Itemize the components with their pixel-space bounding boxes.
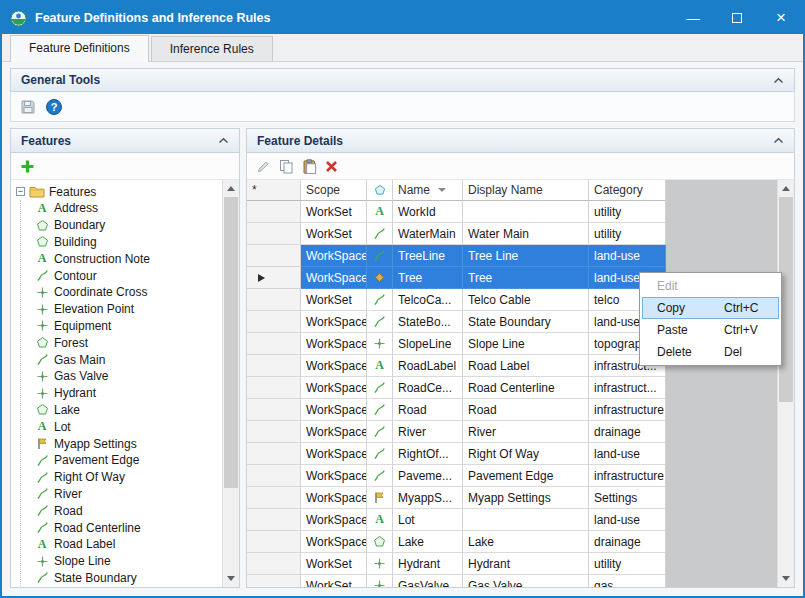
- display-name-cell[interactable]: Hydrant: [463, 553, 589, 575]
- scope-cell[interactable]: WorkSet: [301, 201, 367, 223]
- scope-cell[interactable]: WorkSet: [301, 223, 367, 245]
- scope-cell[interactable]: WorkSpace: [301, 355, 367, 377]
- table-row-workid[interactable]: WorkSetAWorkIdutility: [247, 201, 666, 223]
- scope-cell[interactable]: WorkSpace: [301, 509, 367, 531]
- name-cell[interactable]: Road: [393, 399, 463, 421]
- name-cell[interactable]: River: [393, 421, 463, 443]
- name-cell[interactable]: WorkId: [393, 201, 463, 223]
- display-name-cell[interactable]: Tree Line: [463, 245, 589, 267]
- copy-button[interactable]: [279, 159, 294, 174]
- edit-button[interactable]: [256, 159, 271, 174]
- column-header-name[interactable]: Name: [393, 180, 463, 201]
- features-tree-scrollbar[interactable]: [222, 180, 239, 587]
- table-row-river[interactable]: WorkSpaceRiverRiverdrainage: [247, 421, 666, 443]
- table-row-watermain[interactable]: WorkSetWaterMainWater Mainutility: [247, 223, 666, 245]
- table-row-telcoca[interactable]: WorkSetTelcoCa...Telco Cabletelco: [247, 289, 666, 311]
- collapse-chevron-icon[interactable]: [773, 137, 784, 144]
- table-row-roadce[interactable]: WorkSpaceRoadCe...Road Centerlineinfrast…: [247, 377, 666, 399]
- scope-cell[interactable]: WorkSet: [301, 289, 367, 311]
- tree-root-features[interactable]: Features: [16, 183, 222, 200]
- scope-cell[interactable]: WorkSet: [301, 575, 367, 587]
- table-row-slopeline[interactable]: WorkSpaceSlopeLineSlope Linetopograph...: [247, 333, 666, 355]
- general-tools-header[interactable]: General Tools: [10, 68, 795, 92]
- name-cell[interactable]: RightOf...: [393, 443, 463, 465]
- column-header-symbol-icon[interactable]: [367, 180, 393, 201]
- name-cell[interactable]: RoadCe...: [393, 377, 463, 399]
- tree-item-contour[interactable]: Contour: [21, 267, 222, 284]
- name-cell[interactable]: WaterMain: [393, 223, 463, 245]
- table-row-roadlabel[interactable]: WorkSpaceARoadLabelRoad Labelinfrastruct…: [247, 355, 666, 377]
- tree-item-lake[interactable]: Lake: [21, 402, 222, 419]
- name-cell[interactable]: Tree: [393, 267, 463, 289]
- display-name-cell[interactable]: Telco Cable: [463, 289, 589, 311]
- tree-item-equipment[interactable]: Equipment: [21, 318, 222, 335]
- scope-cell[interactable]: WorkSpace: [301, 487, 367, 509]
- display-name-cell[interactable]: Road: [463, 399, 589, 421]
- tree-item-river[interactable]: River: [21, 486, 222, 503]
- scope-cell[interactable]: WorkSpace: [301, 245, 367, 267]
- scope-cell[interactable]: WorkSpace: [301, 377, 367, 399]
- display-name-cell[interactable]: Road Label: [463, 355, 589, 377]
- features-panel-header[interactable]: Features: [11, 129, 239, 153]
- table-row-lake[interactable]: WorkSpaceLakeLakedrainage: [247, 531, 666, 553]
- name-cell[interactable]: Hydrant: [393, 553, 463, 575]
- category-cell[interactable]: utility: [589, 223, 666, 245]
- tree-item-state-boundary[interactable]: State Boundary: [21, 570, 222, 587]
- display-name-cell[interactable]: Gas Valve: [463, 575, 589, 587]
- table-row-rightof[interactable]: WorkSpaceRightOf...Right Of Wayland-use: [247, 443, 666, 465]
- save-button[interactable]: [20, 99, 36, 115]
- maximize-button[interactable]: [715, 2, 759, 34]
- name-cell[interactable]: MyappS...: [393, 487, 463, 509]
- tree-item-address[interactable]: AAddress: [21, 200, 222, 217]
- scrollbar-thumb[interactable]: [224, 197, 238, 488]
- table-row-road[interactable]: WorkSpaceRoadRoadinfrastructure: [247, 399, 666, 421]
- scope-cell[interactable]: WorkSpace: [301, 421, 367, 443]
- display-name-cell[interactable]: Myapp Settings: [463, 487, 589, 509]
- display-name-cell[interactable]: River: [463, 421, 589, 443]
- tree-item-elevation-point[interactable]: Elevation Point: [21, 301, 222, 318]
- scope-cell[interactable]: WorkSpace: [301, 311, 367, 333]
- tree-item-road-centerline[interactable]: Road Centerline: [21, 519, 222, 536]
- tree-item-slope-line[interactable]: Slope Line: [21, 553, 222, 570]
- category-cell[interactable]: infrastructure: [589, 399, 666, 421]
- category-cell[interactable]: gas: [589, 575, 666, 587]
- category-cell[interactable]: drainage: [589, 531, 666, 553]
- column-header-scope[interactable]: Scope: [301, 180, 367, 201]
- minimize-button[interactable]: —: [671, 2, 715, 34]
- tree-item-right-of-way[interactable]: Right Of Way: [21, 469, 222, 486]
- display-name-cell[interactable]: State Boundary: [463, 311, 589, 333]
- tree-item-myapp-settings[interactable]: Myapp Settings: [21, 435, 222, 452]
- column-header-star[interactable]: *: [247, 180, 301, 201]
- collapse-expander-icon[interactable]: [16, 187, 25, 196]
- category-cell[interactable]: utility: [589, 553, 666, 575]
- display-name-cell[interactable]: [463, 509, 589, 531]
- tree-item-coordinate-cross[interactable]: Coordinate Cross: [21, 284, 222, 301]
- display-name-cell[interactable]: Slope Line: [463, 333, 589, 355]
- display-name-cell[interactable]: Right Of Way: [463, 443, 589, 465]
- display-name-cell[interactable]: Water Main: [463, 223, 589, 245]
- tree-item-road[interactable]: Road: [21, 502, 222, 519]
- scroll-down-icon[interactable]: [778, 570, 794, 587]
- collapse-chevron-icon[interactable]: [218, 137, 229, 144]
- tree-item-forest[interactable]: Forest: [21, 334, 222, 351]
- scroll-up-icon[interactable]: [778, 180, 794, 197]
- name-cell[interactable]: StateBo...: [393, 311, 463, 333]
- table-row-tree[interactable]: WorkSpaceTreeTreeland-use: [247, 267, 666, 289]
- tab-feature-definitions[interactable]: Feature Definitions: [10, 35, 149, 62]
- tree-item-lot[interactable]: ALot: [21, 418, 222, 435]
- menu-item-paste[interactable]: PasteCtrl+V: [642, 319, 779, 341]
- name-cell[interactable]: SlopeLine: [393, 333, 463, 355]
- table-row-lot[interactable]: WorkSpaceALotland-use: [247, 509, 666, 531]
- tree-item-construction-note[interactable]: AConstruction Note: [21, 250, 222, 267]
- table-row-myapps[interactable]: WorkSpaceMyappS...Myapp SettingsSettings: [247, 487, 666, 509]
- close-button[interactable]: ×: [759, 2, 803, 34]
- tree-item-gas-valve[interactable]: Gas Valve: [21, 368, 222, 385]
- name-cell[interactable]: TelcoCa...: [393, 289, 463, 311]
- name-cell[interactable]: Lot: [393, 509, 463, 531]
- help-button[interactable]: ?: [46, 99, 62, 115]
- category-cell[interactable]: drainage: [589, 421, 666, 443]
- grid-scrollbar[interactable]: [777, 180, 794, 587]
- column-header-category[interactable]: Category: [589, 180, 666, 201]
- title-bar[interactable]: Feature Definitions and Inference Rules …: [2, 2, 803, 34]
- paste-button[interactable]: [302, 159, 317, 174]
